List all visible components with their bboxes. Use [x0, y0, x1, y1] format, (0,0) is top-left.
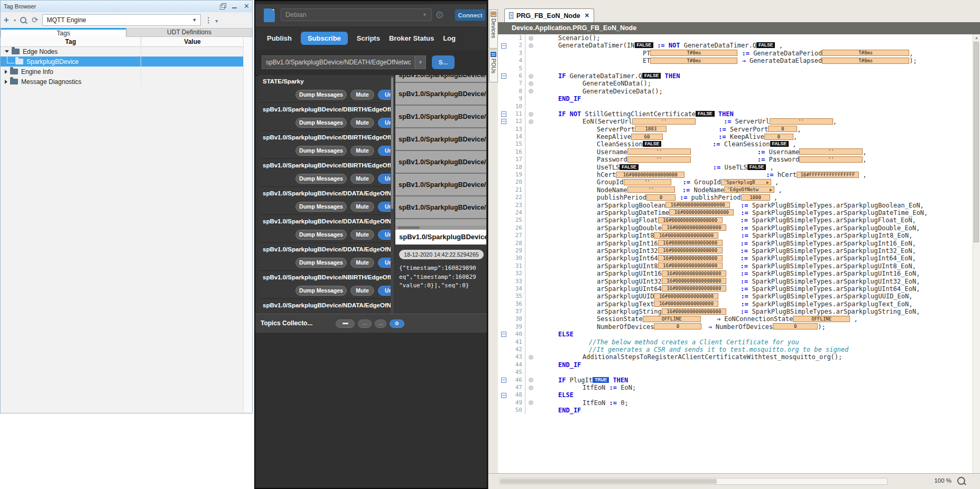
profile-file-icon[interactable] — [264, 8, 275, 22]
monitor-value-box[interactable]: 16#0000000000000000 — [658, 217, 723, 223]
tab-close-icon[interactable]: ✕ — [585, 12, 589, 19]
mute-button[interactable]: Mute — [350, 146, 374, 156]
editor-horizontal-scrollbar[interactable] — [499, 478, 887, 485]
fold-marker-icon[interactable] — [501, 393, 506, 398]
tree-expander-icon[interactable] — [5, 80, 7, 84]
tree-expander-icon[interactable] — [5, 50, 9, 53]
monitor-value-box[interactable]: '' — [632, 118, 696, 125]
code-line-8[interactable]: 8GenerateDeviceData(); — [498, 88, 973, 95]
breakpoint-column[interactable] — [525, 285, 536, 293]
message-row[interactable]: spBv1.0/SparkplugBDevice/DDATA — [395, 174, 486, 196]
breakpoint-column[interactable] — [525, 133, 536, 140]
unsubscribe-button[interactable]: Uns — [378, 90, 391, 100]
code-line-39[interactable]: 39NumberOfDevices0⇒ NumberOfDevices0); — [498, 323, 973, 331]
code-line-31[interactable]: 31arSparkplugUInt816#0000000000000000:= … — [498, 262, 973, 270]
monitor-value-box[interactable]: OFFLINE — [643, 316, 701, 322]
monitor-value-box[interactable]: OFFLINE — [793, 316, 850, 322]
breakpoint-column[interactable] — [525, 293, 536, 300]
breakpoint-column[interactable] — [525, 194, 536, 201]
breakpoint-column[interactable] — [525, 331, 536, 338]
code-line-30[interactable]: 30arSparkplugInt6416#0000000000000000:= … — [498, 255, 973, 262]
breakpoint-column[interactable] — [525, 377, 536, 384]
breakpoint-column[interactable] — [525, 346, 536, 353]
search-icon[interactable] — [20, 17, 26, 23]
monitor-value-box[interactable]: T#0ms — [650, 58, 737, 64]
code-line-16[interactable]: 16Username'':= Username'', — [498, 148, 973, 156]
breakpoint-column[interactable] — [525, 247, 536, 255]
breakpoint-column[interactable] — [525, 300, 536, 308]
monitor-value-box[interactable]: 16#0000000000000000 — [616, 172, 685, 178]
unsubscribe-button[interactable]: Uns — [378, 286, 391, 296]
bool-monitor-badge[interactable]: FALSE — [696, 111, 714, 117]
monitor-value-box[interactable]: 16#0000000000000000 — [662, 224, 726, 231]
monitor-value-box[interactable]: T#0ms — [822, 50, 909, 56]
code-line-6[interactable]: 6IF GenerateDataTimer.QFALSE THEN — [498, 72, 973, 80]
mqtt-tab-log[interactable]: Log — [443, 34, 456, 42]
bool-monitor-badge[interactable]: FALSE — [635, 42, 653, 48]
monitor-value-box[interactable]: '' — [627, 186, 675, 193]
tree-item-engine-info[interactable]: Engine Info — [1, 67, 244, 77]
code-line-7[interactable]: 7GenerateEoNData(); — [498, 80, 973, 87]
dump-messages-button[interactable]: Dump Messages — [295, 258, 347, 268]
subscription-list-scrollbar[interactable] — [391, 75, 394, 314]
monitor-value-box[interactable]: 16#0000000000000000 — [654, 232, 718, 239]
dump-messages-button[interactable]: Dump Messages — [295, 202, 347, 212]
connect-button[interactable]: Connect — [455, 9, 486, 21]
breakpoint-column[interactable] — [525, 202, 536, 209]
code-line-27[interactable]: 27arSparkplugInt816#0000000000000000:= S… — [498, 232, 973, 239]
topics-settings-button[interactable]: ⚙ — [390, 319, 404, 328]
scroll-up-icon[interactable]: ▲ — [973, 34, 980, 41]
mqtt-tab-publish[interactable]: Publish — [267, 34, 292, 42]
code-line-1[interactable]: 1Scenario(); — [498, 34, 973, 42]
breakpoint-column[interactable] — [525, 361, 536, 369]
breakpoint-column[interactable] — [525, 95, 536, 102]
monitor-value-box[interactable]: 16#0000000000000000 — [658, 262, 723, 269]
breakpoint-column[interactable] — [525, 88, 536, 95]
breakpoint-column[interactable] — [525, 338, 536, 346]
code-line-3[interactable]: 3PTT#0ms:= GenerateDataPeriodT#0ms, — [498, 50, 973, 57]
code-line-4[interactable]: 4ETT#0ms⇒ GenerateDataElapsedT#0ms); — [498, 57, 973, 64]
mute-button[interactable]: Mute — [350, 202, 374, 212]
monitor-value-box[interactable]: 1883 — [635, 126, 667, 132]
monitor-value-box[interactable]: 16#0000000000000000 — [665, 202, 730, 208]
breakpoint-column[interactable] — [525, 262, 536, 270]
breakpoint-column[interactable] — [525, 164, 536, 171]
code-line-2[interactable]: 2GenerateDataTimer(INFALSE := NOT Genera… — [498, 42, 973, 49]
code-line-32[interactable]: 32arSparkplugUInt1616#0000000000000000:=… — [498, 270, 973, 277]
monitor-value-box[interactable]: 'EdgeOfNetw — [724, 186, 774, 193]
mqtt-tab-broker-status[interactable]: Broker Status — [389, 34, 434, 42]
code-line-13[interactable]: 13ServerPort1883:= ServerPort0, — [498, 126, 973, 133]
breakpoint-column[interactable] — [525, 255, 536, 262]
tag-provider-select[interactable]: MQTT Engine ▼ — [42, 14, 201, 26]
breakpoint-column[interactable] — [525, 224, 536, 232]
code-line-35[interactable]: 35arSparkplugUUID16#0000000000000000:= S… — [498, 293, 973, 300]
mute-button[interactable]: Mute — [350, 118, 374, 128]
breakpoint-column[interactable] — [525, 148, 536, 156]
breakpoint-column[interactable] — [525, 308, 536, 315]
code-line-9[interactable]: 9END_IF — [498, 95, 973, 102]
bool-monitor-badge[interactable]: FALSE — [642, 73, 661, 79]
add-tag-caret-icon[interactable]: ▾ — [14, 18, 16, 23]
more-options-button[interactable]: ⋮ ▾ — [205, 16, 218, 24]
st-code-editor[interactable]: 1Scenario();2GenerateDataTimer(INFALSE :… — [498, 34, 973, 474]
breakpoint-column[interactable] — [525, 118, 536, 125]
topic-dropdown-button[interactable]: ▼ — [415, 55, 426, 69]
tab-udt-definitions[interactable]: UDT Definitions — [126, 28, 252, 37]
breakpoint-column[interactable] — [525, 217, 536, 224]
dump-messages-button[interactable]: Dump Messages — [295, 174, 347, 184]
monitor-value-box[interactable]: '' — [627, 148, 691, 155]
monitor-value-box[interactable]: T#0ms — [822, 58, 909, 64]
breakpoint-column[interactable] — [525, 240, 536, 247]
mqtt-tab-scripts[interactable]: Scripts — [357, 34, 380, 42]
message-panel-splitter[interactable] — [395, 225, 486, 230]
code-line-37[interactable]: 37arSparkplugString16#0000000000000000:=… — [498, 308, 973, 315]
breakpoint-column[interactable] — [525, 140, 536, 148]
mute-button[interactable]: Mute — [350, 174, 374, 184]
code-line-21[interactable]: 21NodeName'':= NodeName'EdgeOfNetw , — [498, 186, 973, 194]
bool-monitor-badge[interactable]: FALSE — [620, 164, 638, 170]
dump-messages-button[interactable]: Dump Messages — [295, 286, 347, 296]
bool-monitor-badge[interactable]: TRUE — [593, 377, 609, 383]
tree-expander-icon[interactable] — [5, 70, 7, 74]
code-line-45[interactable]: 45 — [498, 369, 973, 376]
breakpoint-column[interactable] — [525, 353, 536, 361]
